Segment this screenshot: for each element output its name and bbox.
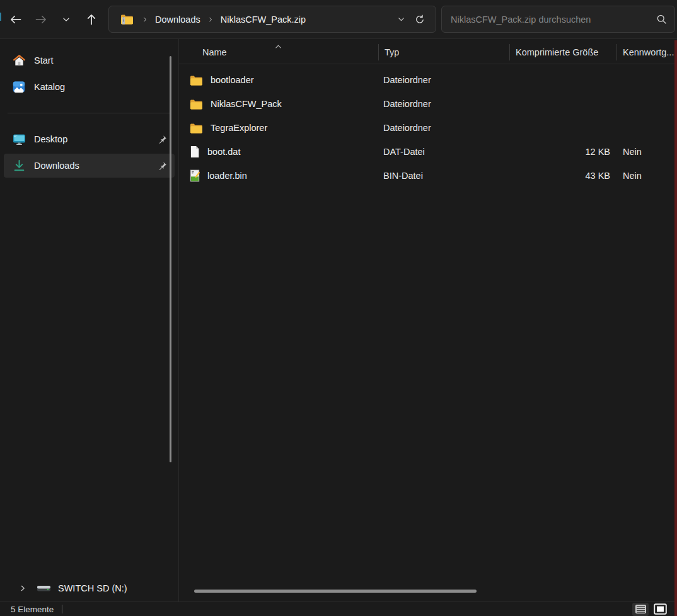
file-name: bootloader — [211, 75, 254, 85]
file-name: TegraExplorer — [211, 123, 267, 133]
type-cell: DAT-Datei — [378, 147, 509, 157]
sort-ascending-icon — [275, 41, 282, 51]
sidebar-item-label: Katalog — [34, 82, 65, 92]
column-header-type[interactable]: Typ — [378, 41, 509, 64]
status-bar-divider — [62, 605, 62, 613]
column-header-label: Typ — [385, 47, 399, 57]
name-cell: bootloader — [179, 75, 378, 86]
column-header-password[interactable]: Kennwortg... — [616, 41, 677, 64]
up-button[interactable] — [81, 9, 102, 30]
search-box — [441, 6, 675, 33]
sidebar-item-start[interactable]: Start — [4, 48, 175, 72]
navigation-buttons — [5, 9, 102, 30]
sidebar-item-katalog[interactable]: Katalog — [4, 75, 175, 99]
breadcrumb-item-zip[interactable]: NiklasCFW_Pack.zip — [218, 13, 308, 26]
background-window-sliver — [0, 13, 1, 21]
chevron-down-icon — [62, 15, 71, 24]
file-rows: bootloader Dateiordner NiklasCFW_Pack — [179, 68, 677, 188]
breadcrumb-chevron-icon — [207, 16, 214, 23]
download-icon — [13, 159, 26, 173]
refresh-button[interactable] — [410, 10, 429, 29]
password-cell: Nein — [616, 171, 677, 181]
column-header-name[interactable]: Name — [179, 41, 378, 64]
sidebar-item-label: Start — [34, 55, 54, 66]
file-explorer-window: Downloads NiklasCFW_Pack.zip — [0, 0, 677, 616]
drive-icon — [37, 584, 51, 593]
column-headers: Name Typ Komprimierte Größe Kennwortg... — [179, 41, 677, 64]
details-view-icon — [635, 604, 647, 614]
table-row-bootloader[interactable]: bootloader Dateiordner — [179, 68, 677, 92]
address-dropdown-button[interactable] — [391, 10, 410, 29]
chevron-down-icon — [397, 15, 405, 23]
forward-icon — [35, 13, 47, 26]
item-count-label: 5 Elemente — [11, 605, 54, 614]
search-input[interactable] — [449, 14, 656, 25]
arrow-up-icon — [85, 13, 98, 26]
address-bar[interactable]: Downloads NiklasCFW_Pack.zip — [108, 6, 436, 33]
search-icon[interactable] — [656, 14, 667, 25]
breadcrumb-chevron-icon — [142, 16, 148, 23]
file-name: boot.dat — [207, 147, 240, 157]
name-cell: NiklasCFW_Pack — [179, 99, 378, 110]
view-toggle-buttons — [632, 603, 668, 616]
column-header-compressed-size[interactable]: Komprimierte Größe — [509, 41, 616, 64]
size-cell: 43 KB — [509, 171, 616, 181]
background-window-edge — [674, 40, 677, 616]
forward-button[interactable] — [30, 9, 52, 30]
bin-file-icon — [190, 169, 200, 182]
name-cell: TegraExplorer — [179, 123, 378, 134]
column-header-label: Komprimierte Größe — [516, 47, 598, 57]
toolbar: Downloads NiklasCFW_Pack.zip — [0, 0, 677, 39]
type-cell: Dateiordner — [378, 123, 509, 133]
back-button[interactable] — [5, 9, 26, 30]
pin-icon[interactable] — [158, 135, 167, 144]
file-list-pane: Name Typ Komprimierte Größe Kennwortg... — [179, 39, 677, 602]
sidebar-item-label: SWITCH SD (N:) — [58, 583, 127, 593]
home-icon — [13, 55, 26, 67]
name-cell: loader.bin — [179, 169, 378, 182]
file-name: loader.bin — [207, 171, 247, 181]
table-row-niklascfw-pack[interactable]: NiklasCFW_Pack Dateiordner — [179, 92, 677, 116]
pin-icon[interactable] — [158, 161, 167, 171]
back-icon — [9, 13, 22, 26]
password-cell: Nein — [616, 147, 677, 157]
type-cell: Dateiordner — [378, 75, 509, 85]
sidebar-scrollbar[interactable] — [170, 56, 171, 462]
size-cell: 12 KB — [509, 147, 616, 157]
sidebar-item-label: Downloads — [34, 161, 79, 171]
sidebar-item-label: Desktop — [34, 134, 67, 144]
sidebar-item-desktop[interactable]: Desktop — [4, 127, 175, 151]
details-view-button[interactable] — [632, 603, 649, 616]
zip-folder-icon — [120, 14, 134, 25]
column-header-label: Kennwortg... — [623, 47, 674, 57]
recent-locations-button[interactable] — [55, 9, 77, 30]
large-icons-view-button[interactable] — [652, 603, 668, 616]
type-cell: BIN-Datei — [378, 171, 509, 181]
name-cell: boot.dat — [179, 145, 378, 158]
sidebar-item-switch-sd-drive[interactable]: SWITCH SD (N:) — [4, 576, 175, 600]
table-row-loader-bin[interactable]: loader.bin BIN-Datei 43 KB Nein — [179, 164, 677, 188]
folder-icon — [190, 75, 203, 86]
chevron-right-icon[interactable] — [19, 585, 26, 592]
type-cell: Dateiordner — [378, 99, 509, 109]
table-row-tegraexplorer[interactable]: TegraExplorer Dateiordner — [179, 116, 677, 140]
desktop-icon — [13, 134, 26, 145]
sidebar: Start Katalog — [0, 39, 179, 602]
table-row-boot-dat[interactable]: boot.dat DAT-Datei 12 KB Nein — [179, 140, 677, 164]
sidebar-separator — [8, 113, 170, 113]
column-header-label: Name — [202, 47, 227, 57]
file-icon — [190, 145, 200, 158]
sidebar-item-downloads[interactable]: Downloads — [4, 154, 175, 178]
gallery-icon — [13, 81, 25, 93]
refresh-icon — [415, 14, 425, 25]
status-bar: 5 Elemente — [0, 602, 677, 616]
horizontal-scrollbar[interactable] — [194, 590, 477, 593]
folder-icon — [190, 99, 203, 110]
large-icons-view-icon — [654, 603, 667, 615]
app-body: Start Katalog — [0, 39, 677, 602]
breadcrumb-item-downloads[interactable]: Downloads — [153, 13, 203, 26]
file-name: NiklasCFW_Pack — [211, 99, 282, 109]
folder-icon — [190, 123, 203, 134]
sidebar-spacer — [0, 178, 178, 576]
